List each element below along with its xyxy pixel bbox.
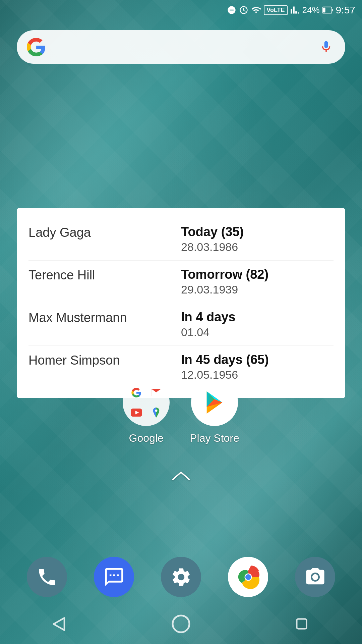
svg-marker-15 <box>53 618 64 630</box>
svg-point-16 <box>173 615 189 632</box>
app-icons-area: Google Play <box>0 379 362 444</box>
clock-time: 9:57 <box>336 4 355 16</box>
signal-icon <box>290 5 300 15</box>
status-bar: VoLTE 24% 9:57 <box>0 0 362 20</box>
google-search-bar[interactable] <box>17 30 345 64</box>
wifi-icon <box>251 5 261 15</box>
birthday-row-2[interactable]: Max Mustermann In 4 days 01.04 <box>28 303 334 346</box>
messages-app-icon[interactable] <box>94 557 134 597</box>
play-store-icon[interactable] <box>191 379 238 426</box>
drawer-arrow[interactable] <box>171 470 191 484</box>
svg-rect-2 <box>323 8 325 13</box>
camera-app-icon[interactable] <box>295 557 335 597</box>
google-logo <box>27 38 45 56</box>
person-name-0: Lady Gaga <box>28 225 181 240</box>
microphone-icon[interactable] <box>317 38 335 56</box>
battery-percent: 24% <box>302 5 320 15</box>
birthday-widget: Lady Gaga Today (35) 28.03.1986 Terence … <box>17 208 345 398</box>
birthday-when-0: Today (35) <box>181 225 334 239</box>
volte-badge: VoLTE <box>264 5 287 15</box>
birthday-when-1: Tomorrow (82) <box>181 267 334 282</box>
google-folder-container[interactable]: Google <box>123 379 170 444</box>
home-button[interactable] <box>168 610 194 637</box>
settings-app-icon[interactable] <box>161 557 201 597</box>
battery-icon <box>322 6 333 14</box>
clock-icon <box>239 5 248 15</box>
birthday-row-1[interactable]: Terence Hill Tomorrow (82) 29.03.1939 <box>28 261 334 303</box>
youtube-app-icon <box>128 404 145 421</box>
svg-rect-17 <box>297 619 306 629</box>
birthday-when-2: In 4 days <box>181 310 334 324</box>
birthday-row-0[interactable]: Lady Gaga Today (35) 28.03.1986 <box>28 218 334 261</box>
dock <box>0 550 362 604</box>
birthday-date-2: 01.04 <box>181 326 334 339</box>
birthday-date-1: 29.03.1939 <box>181 283 334 296</box>
svg-point-6 <box>155 409 157 412</box>
svg-rect-1 <box>332 9 333 11</box>
nav-bar <box>0 604 362 644</box>
google-folder-icon[interactable] <box>123 379 170 426</box>
person-name-2: Max Mustermann <box>28 310 181 325</box>
recents-button[interactable] <box>288 610 315 637</box>
google-app-icon <box>128 384 145 401</box>
svg-point-14 <box>245 574 251 580</box>
person-name-3: Homer Simpson <box>28 353 181 368</box>
dnd-icon <box>227 5 236 15</box>
maps-app-icon <box>147 404 165 421</box>
person-name-1: Terence Hill <box>28 267 181 282</box>
play-store-label: Play Store <box>190 432 239 444</box>
birthday-date-0: 28.03.1986 <box>181 240 334 254</box>
back-button[interactable] <box>47 610 74 637</box>
chrome-app-icon[interactable] <box>228 557 268 597</box>
gmail-app-icon <box>147 384 165 401</box>
birthday-when-3: In 45 days (65) <box>181 353 334 367</box>
google-folder-label: Google <box>129 432 164 444</box>
play-store-container[interactable]: Play Store <box>190 379 239 444</box>
phone-app-icon[interactable] <box>27 557 67 597</box>
